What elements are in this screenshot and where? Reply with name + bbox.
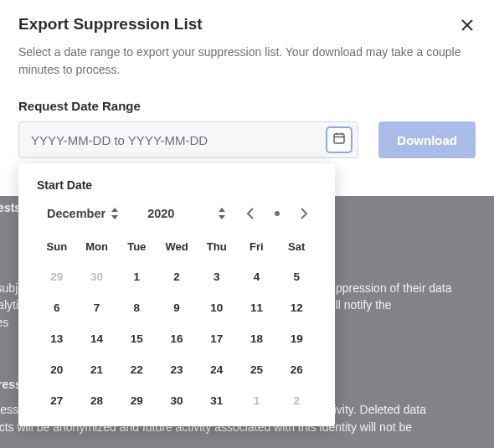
export-suppression-modal: Export Suppression List Select a date ra…	[0, 0, 494, 158]
calendar-day[interactable]: 30	[77, 261, 117, 292]
calendar-day[interactable]: 19	[276, 323, 316, 354]
calendar-day[interactable]: 15	[116, 323, 157, 354]
calendar-day[interactable]: 17	[197, 323, 237, 354]
month-nav	[246, 207, 313, 220]
calendar-day[interactable]: 30	[157, 385, 197, 416]
calendar-day[interactable]: 16	[157, 323, 197, 354]
svg-rect-2	[334, 134, 344, 143]
calendar-day[interactable]: 4	[237, 261, 277, 292]
calendar-day[interactable]: 11	[237, 292, 277, 323]
date-input-wrap	[18, 121, 358, 158]
calendar-day[interactable]: 26	[276, 354, 316, 385]
calendar-day[interactable]: 28	[77, 385, 117, 416]
modal-description: Select a date range to export your suppr…	[18, 44, 476, 79]
day-of-week-header: Fri	[237, 235, 277, 261]
day-of-week-header: Mon	[77, 235, 117, 261]
calendar-day[interactable]: 18	[237, 323, 277, 354]
date-range-input[interactable]	[31, 133, 326, 147]
calendar-day[interactable]: 13	[37, 323, 77, 354]
input-row: Download	[18, 121, 476, 158]
calendar-day[interactable]: 20	[37, 354, 77, 385]
month-label: December	[47, 207, 105, 220]
calendar-day[interactable]: 29	[116, 385, 157, 416]
calendar-day[interactable]: 1	[237, 385, 277, 416]
datepicker-popover: Start Date December 2020	[18, 163, 335, 426]
year-label: 2020	[147, 207, 174, 220]
date-range-label: Request Date Range	[18, 99, 476, 113]
day-of-week-header: Sun	[37, 235, 77, 261]
download-button[interactable]: Download	[378, 121, 476, 158]
calendar-day[interactable]: 29	[37, 261, 77, 292]
day-of-week-header: Wed	[157, 235, 197, 261]
calendar-day[interactable]: 22	[116, 354, 157, 385]
day-of-week-header: Sat	[276, 235, 316, 261]
sort-icon	[218, 208, 226, 219]
calendar-day[interactable]: 8	[116, 292, 157, 323]
today-button[interactable]	[275, 211, 280, 216]
calendar-day[interactable]: 7	[77, 292, 117, 323]
bg-text: olv	[0, 435, 486, 448]
calendar-day[interactable]: 27	[37, 385, 77, 416]
next-month-button[interactable]	[300, 207, 308, 220]
year-select[interactable]: 2020	[147, 207, 226, 220]
day-of-week-header: Tue	[116, 235, 157, 261]
day-of-week-header: Thu	[197, 235, 237, 261]
calendar-day[interactable]: 5	[276, 261, 316, 292]
calendar-day[interactable]: 3	[197, 261, 237, 292]
calendar-day[interactable]: 6	[37, 292, 77, 323]
calendar-day[interactable]: 14	[77, 323, 117, 354]
calendar-day[interactable]: 25	[237, 354, 277, 385]
calendar-day[interactable]: 31	[197, 385, 237, 416]
prev-month-button[interactable]	[246, 207, 255, 220]
calendar-day[interactable]: 21	[77, 354, 117, 385]
month-select[interactable]: December	[47, 207, 119, 220]
calendar-icon	[332, 131, 346, 148]
close-icon[interactable]	[459, 17, 476, 33]
calendar-day[interactable]: 2	[157, 261, 197, 292]
calendar-day[interactable]: 23	[157, 354, 197, 385]
calendar-grid: SunMonTueWedThuFriSat2930123456789101112…	[37, 235, 316, 416]
datepicker-label: Start Date	[37, 178, 316, 192]
sort-icon	[111, 208, 119, 219]
calendar-trigger[interactable]	[326, 126, 352, 153]
calendar-day[interactable]: 12	[276, 292, 316, 323]
calendar-day[interactable]: 9	[157, 292, 197, 323]
calendar-day[interactable]: 24	[197, 354, 237, 385]
calendar-day[interactable]: 10	[197, 292, 237, 323]
modal-title: Export Suppression List	[18, 15, 203, 33]
modal-header: Export Suppression List	[18, 15, 476, 33]
datepicker-nav: December 2020	[37, 207, 316, 220]
calendar-day[interactable]: 2	[276, 385, 316, 416]
calendar-day[interactable]: 1	[116, 261, 157, 292]
